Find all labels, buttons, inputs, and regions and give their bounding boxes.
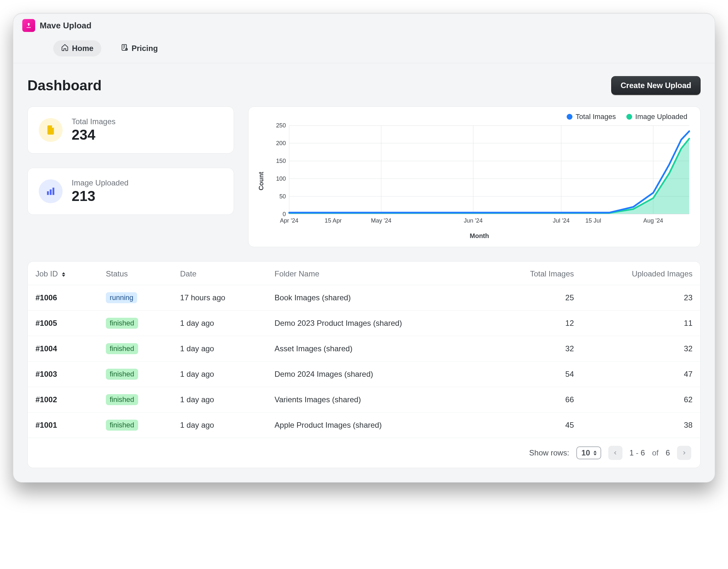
svg-text:200: 200 <box>276 140 286 147</box>
chart-card: Total ImagesImage Uploaded Count 0501001… <box>248 107 701 247</box>
legend-label: Total Images <box>576 113 616 121</box>
status-badge: finished <box>106 343 138 354</box>
status-badge: running <box>106 292 137 303</box>
svg-rect-2 <box>47 191 49 195</box>
content: Dashboard Create New Upload Total Images… <box>13 63 715 482</box>
svg-text:Jun '24: Jun '24 <box>464 217 482 224</box>
table-row[interactable]: #1003finished1 day agoDemo 2024 Images (… <box>28 361 700 387</box>
col-uploaded[interactable]: Uploaded Images <box>581 262 700 285</box>
status-badge: finished <box>106 420 138 431</box>
col-job-id-label: Job ID <box>35 269 58 278</box>
jobs-table: Job ID Status Date Folder Name Total Ima… <box>28 262 700 438</box>
stat-text: Image Uploaded 213 <box>72 178 128 204</box>
sort-icon <box>62 272 65 277</box>
nav-pricing-label: Pricing <box>132 44 158 53</box>
brand-logo-icon <box>22 19 35 32</box>
col-date[interactable]: Date <box>172 262 267 285</box>
col-folder[interactable]: Folder Name <box>267 262 489 285</box>
create-upload-button[interactable]: Create New Upload <box>611 76 701 95</box>
home-icon <box>61 44 69 53</box>
app-window: Mave Upload Home Pricing Dashboard Creat… <box>13 13 715 483</box>
table-row[interactable]: #1006running17 hours agoBook Images (sha… <box>28 285 700 310</box>
cell-folder: Apple Product Images (shared) <box>267 412 489 438</box>
cell-folder: Demo 2024 Images (shared) <box>267 361 489 387</box>
stat-value: 234 <box>72 127 116 143</box>
svg-rect-3 <box>50 189 52 195</box>
nav-home[interactable]: Home <box>53 40 101 56</box>
table-row[interactable]: #1004finished1 day agoAsset Images (shar… <box>28 336 700 361</box>
chart-plot-wrap: 050100150200250Apr '2415 AprMay '24Jun '… <box>266 122 693 240</box>
nav-bar: Home Pricing <box>13 36 715 63</box>
cell-date: 1 day ago <box>172 412 267 438</box>
chart-xlabel: Month <box>266 232 693 240</box>
next-page-button[interactable] <box>677 446 691 460</box>
page-total: 6 <box>666 448 670 457</box>
col-status-label: Status <box>106 269 128 278</box>
cell-folder: Asset Images (shared) <box>267 336 489 361</box>
svg-text:15 Apr: 15 Apr <box>325 217 342 224</box>
stat-label: Total Images <box>72 117 116 126</box>
cell-uploaded: 11 <box>581 310 700 336</box>
show-rows-label: Show rows: <box>529 448 569 457</box>
table-row[interactable]: #1001finished1 day agoApple Product Imag… <box>28 412 700 438</box>
cell-date: 1 day ago <box>172 387 267 412</box>
svg-text:250: 250 <box>276 122 286 129</box>
cell-folder: Varients Images (shared) <box>267 387 489 412</box>
of-label: of <box>652 448 659 457</box>
pricing-icon <box>121 44 128 53</box>
status-badge: finished <box>106 369 138 380</box>
chart-legend: Total ImagesImage Uploaded <box>256 113 693 121</box>
cell-folder: Book Images (shared) <box>267 285 489 310</box>
svg-text:50: 50 <box>279 193 286 200</box>
cell-uploaded: 32 <box>581 336 700 361</box>
nav-pricing[interactable]: Pricing <box>113 40 166 56</box>
table-row[interactable]: #1005finished1 day agoDemo 2023 Product … <box>28 310 700 336</box>
stat-label: Image Uploaded <box>72 178 128 188</box>
stat-column: Total Images 234 Image Uploaded 213 <box>27 107 234 247</box>
svg-text:Jul '24: Jul '24 <box>553 217 570 224</box>
file-icon <box>39 118 63 142</box>
cell-total: 32 <box>489 336 581 361</box>
rows-per-page-select[interactable]: 10 <box>576 446 601 459</box>
stat-text: Total Images 234 <box>72 117 116 143</box>
brand-bar: Mave Upload <box>13 13 715 36</box>
chart-body: Count 050100150200250Apr '2415 AprMay '2… <box>256 122 693 240</box>
svg-text:0: 0 <box>283 211 286 218</box>
table-row[interactable]: #1002finished1 day agoVarients Images (s… <box>28 387 700 412</box>
stepper-icon <box>593 451 597 455</box>
status-badge: finished <box>106 318 138 329</box>
jobs-table-card: Job ID Status Date Folder Name Total Ima… <box>27 261 701 468</box>
cell-status: finished <box>98 387 172 412</box>
cell-total: 12 <box>489 310 581 336</box>
status-badge: finished <box>106 394 138 405</box>
brand-name: Mave Upload <box>40 21 91 31</box>
range-end: 6 <box>641 448 645 457</box>
col-job-id[interactable]: Job ID <box>28 262 98 285</box>
range-start: 1 <box>630 448 634 457</box>
table-footer: Show rows: 10 1 - 6 of 6 <box>28 438 700 468</box>
cell-date: 1 day ago <box>172 336 267 361</box>
col-date-label: Date <box>180 269 197 278</box>
prev-page-button[interactable] <box>608 446 622 460</box>
legend-label: Image Uploaded <box>635 113 687 121</box>
col-status[interactable]: Status <box>98 262 172 285</box>
cell-job-id: #1002 <box>28 387 98 412</box>
cell-status: finished <box>98 412 172 438</box>
cell-status: running <box>98 285 172 310</box>
table-header-row: Job ID Status Date Folder Name Total Ima… <box>28 262 700 285</box>
col-total[interactable]: Total Images <box>489 262 581 285</box>
cell-job-id: #1005 <box>28 310 98 336</box>
cell-job-id: #1006 <box>28 285 98 310</box>
svg-text:Apr '24: Apr '24 <box>280 217 298 224</box>
stat-value: 213 <box>72 188 128 204</box>
cell-date: 1 day ago <box>172 361 267 387</box>
cell-total: 45 <box>489 412 581 438</box>
cell-uploaded: 23 <box>581 285 700 310</box>
chart-plot: 050100150200250Apr '2415 AprMay '24Jun '… <box>266 122 693 230</box>
svg-text:15 Jul: 15 Jul <box>585 217 601 224</box>
legend-item: Image Uploaded <box>626 113 687 121</box>
page-header: Dashboard Create New Upload <box>27 76 701 95</box>
cell-uploaded: 38 <box>581 412 700 438</box>
chart-ylabel: Count <box>256 122 266 240</box>
cell-total: 25 <box>489 285 581 310</box>
